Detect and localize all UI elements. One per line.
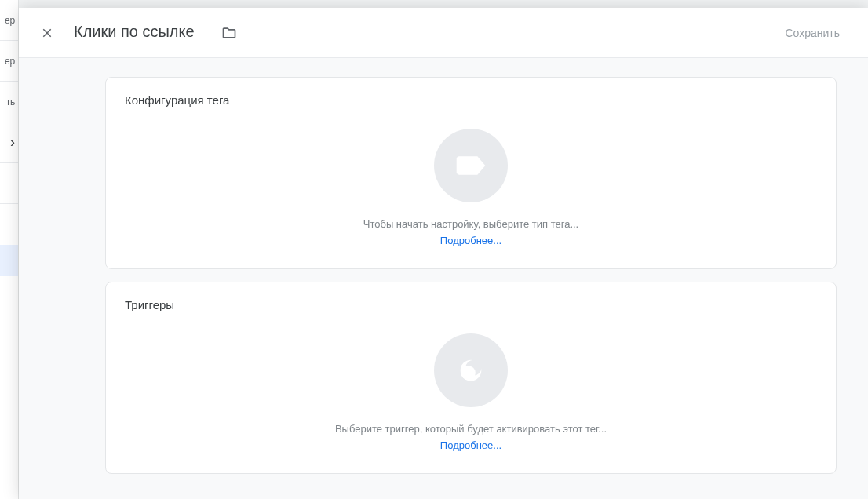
trigger-placeholder: Выберите триггер, который будет активиро… (125, 333, 817, 451)
trigger-icon (434, 333, 508, 407)
learn-more-link[interactable]: Подробнее... (440, 439, 501, 451)
bg-row-text: ер (5, 56, 15, 67)
learn-more-link[interactable]: Подробнее... (440, 235, 501, 246)
tag-placeholder: Чтобы начать настройку, выберите тип тег… (125, 129, 817, 246)
triggers-card[interactable]: Триггеры Выберите триггер, который будет… (105, 282, 837, 474)
chevron-right-icon: › (10, 134, 15, 151)
panel-header: Сохранить (19, 8, 868, 58)
folder-icon[interactable] (221, 25, 237, 41)
tag-editor-panel: Сохранить Конфигурация тега Чтобы начать… (19, 8, 868, 499)
save-button[interactable]: Сохранить (775, 20, 849, 46)
card-title: Конфигурация тега (125, 93, 817, 107)
card-title: Триггеры (125, 298, 817, 311)
placeholder-text: Чтобы начать настройку, выберите тип тег… (363, 218, 578, 230)
close-button[interactable] (38, 24, 57, 42)
tag-name-input[interactable] (72, 20, 206, 46)
svg-point-2 (461, 366, 476, 380)
tag-configuration-card[interactable]: Конфигурация тега Чтобы начать настройку… (105, 77, 837, 269)
panel-body: Конфигурация тега Чтобы начать настройку… (19, 58, 868, 499)
close-icon (40, 26, 54, 40)
tag-icon (434, 129, 508, 202)
placeholder-text: Выберите триггер, который будет активиро… (335, 423, 607, 435)
bg-row-text: ер (5, 15, 15, 26)
bg-row-text: ть (6, 97, 15, 107)
background-sidebar: ер ер ть › (0, 0, 19, 499)
